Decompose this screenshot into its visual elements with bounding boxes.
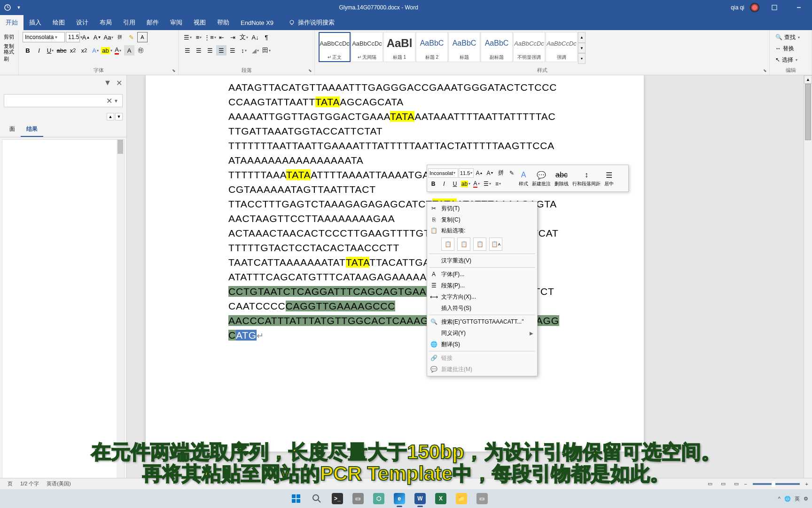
style-subtitle[interactable]: AaBbC副标题: [481, 32, 513, 62]
paste-merge-button[interactable]: 📋: [457, 238, 470, 251]
mini-format-painter-button[interactable]: ✎: [507, 168, 517, 178]
text-effects-button[interactable]: A▾: [90, 45, 101, 56]
mini-grow-font-button[interactable]: A▲: [474, 168, 484, 178]
font-dialog-launcher[interactable]: ⬊: [171, 67, 177, 74]
char-border-button[interactable]: A: [137, 32, 148, 42]
ctx-copy[interactable]: ⎘ 复制(C): [427, 214, 537, 225]
username[interactable]: qia qi: [731, 4, 744, 11]
style-emphasis[interactable]: AaBbCcDc强调: [546, 32, 578, 62]
clear-format-button[interactable]: ✎: [126, 32, 136, 42]
mini-font-color-button[interactable]: A▾: [471, 179, 482, 189]
zoom-out-button[interactable]: −: [744, 481, 747, 487]
paragraph-dialog-launcher[interactable]: ⬊: [307, 67, 313, 74]
font-name-combo[interactable]: Inconsolata▼: [23, 32, 65, 42]
tray-settings-icon[interactable]: ⚙: [804, 496, 808, 502]
change-case-button[interactable]: Aa▾: [103, 32, 114, 42]
select-button[interactable]: ↖选择▾: [773, 55, 808, 65]
nav-scrollbar[interactable]: [117, 140, 124, 487]
scroll-up-button[interactable]: ▲: [804, 75, 812, 84]
nav-search-input[interactable]: [6, 97, 106, 104]
borders-button[interactable]: 田▾: [261, 45, 272, 56]
tab-references[interactable]: 引用: [117, 15, 141, 30]
nav-next-result-button[interactable]: ▼: [115, 113, 123, 120]
paste-keep-source-button[interactable]: 📋: [441, 238, 454, 251]
style-subtle-emphasis[interactable]: AaBbCcDc不明显强调: [513, 32, 545, 62]
bullets-button[interactable]: ☰▾: [182, 32, 193, 42]
mini-strikethrough-button[interactable]: abc删除线: [553, 167, 570, 190]
task-app3[interactable]: ▭: [473, 489, 492, 508]
mini-underline-button[interactable]: U: [450, 179, 460, 189]
tab-help[interactable]: 帮助: [211, 15, 235, 30]
tab-insert[interactable]: 插入: [23, 15, 47, 30]
mini-center-button[interactable]: ☰居中: [602, 167, 616, 190]
nav-search-box[interactable]: ✕ ▼: [4, 94, 123, 107]
mini-styles-button[interactable]: A样式: [517, 167, 530, 190]
numbering-button[interactable]: ≡▾: [194, 32, 204, 42]
mini-highlight-button[interactable]: ab▾: [461, 179, 471, 189]
nav-scroll-thumb[interactable]: [117, 140, 123, 154]
nav-prev-result-button[interactable]: ▲: [107, 113, 114, 120]
style-heading1[interactable]: AaBl标题 1: [383, 32, 415, 62]
zoom-slider[interactable]: [753, 483, 800, 485]
align-right-button[interactable]: ☰: [205, 45, 215, 56]
tell-me-search[interactable]: 操作说明搜索: [289, 18, 335, 27]
increase-indent-button[interactable]: ⇥: [227, 32, 238, 42]
style-heading2[interactable]: AaBbC标题 2: [416, 32, 448, 62]
tab-mailings[interactable]: 邮件: [141, 15, 164, 30]
bold-button[interactable]: B: [23, 45, 33, 56]
find-button[interactable]: 🔍查找▾: [773, 32, 808, 42]
ctx-translate[interactable]: 🌐 翻译(S): [427, 339, 537, 350]
replace-button[interactable]: ↔替换: [773, 43, 808, 54]
style-no-spacing[interactable]: AaBbCcDc↵ 无间隔: [351, 32, 383, 62]
document-page[interactable]: AATAGTTACATGTTAAAATTTGAGGGACCGAAATGGGATA…: [146, 75, 644, 452]
line-spacing-button[interactable]: ↕▾: [239, 45, 249, 56]
tray-network-icon[interactable]: 🌐: [784, 496, 791, 502]
enclose-char-button[interactable]: ㊕: [135, 45, 146, 56]
align-left-button[interactable]: ☰: [182, 45, 193, 56]
phonetic-guide-button[interactable]: 拼: [115, 32, 125, 42]
italic-button[interactable]: I: [34, 45, 44, 56]
justify-button[interactable]: ☰: [216, 45, 226, 56]
strikethrough-button[interactable]: abc: [56, 45, 67, 56]
cut-button[interactable]: 剪切: [4, 32, 15, 41]
nav-tab-headings[interactable]: 面: [4, 122, 21, 137]
styles-dialog-launcher[interactable]: ⬊: [762, 67, 768, 74]
task-word[interactable]: W: [411, 489, 429, 508]
decrease-indent-button[interactable]: ⇤: [216, 32, 226, 42]
shrink-font-button[interactable]: A▼: [92, 32, 102, 42]
highlight-color-button[interactable]: ab▾: [102, 45, 112, 56]
taskbar-search-button[interactable]: [307, 489, 326, 508]
paste-picture-button[interactable]: 📋: [473, 238, 486, 251]
nav-close-icon[interactable]: ✕: [115, 79, 123, 87]
nav-search-dropdown-icon[interactable]: ▼: [114, 98, 120, 103]
tab-design[interactable]: 设计: [70, 15, 94, 30]
mini-line-spacing-button[interactable]: ↕行和段落间距: [570, 167, 602, 190]
status-word-count[interactable]: 1/2 个字: [16, 480, 43, 487]
nav-tab-results[interactable]: 结果: [21, 122, 43, 137]
ctx-search[interactable]: 🔍 搜索(E)"GTTGTTGTAAACATT...": [427, 316, 537, 327]
mini-font-combo[interactable]: Inconsolat▾: [428, 168, 458, 178]
task-terminal[interactable]: >_: [328, 489, 347, 508]
sort-button[interactable]: A↓: [250, 32, 260, 42]
task-excel[interactable]: X: [431, 489, 450, 508]
view-read-mode-button[interactable]: ▭: [704, 479, 716, 489]
asian-layout-button[interactable]: 文▾: [239, 32, 249, 42]
ctx-text-direction[interactable]: ⟷ 文字方向(X)...: [427, 291, 537, 302]
ctx-synonyms[interactable]: 同义词(Y) ▶: [427, 327, 537, 339]
align-center-button[interactable]: ☰: [194, 45, 204, 56]
status-page[interactable]: 页: [4, 480, 16, 487]
task-app2[interactable]: ⬡: [369, 489, 388, 508]
tab-endnote[interactable]: EndNote X9: [235, 15, 279, 30]
shading-button[interactable]: ◢▾: [250, 45, 260, 56]
subscript-button[interactable]: x2: [68, 45, 78, 56]
multilevel-list-button[interactable]: ⋮≡▾: [205, 32, 215, 42]
char-shading-button[interactable]: A: [124, 45, 134, 56]
start-button[interactable]: [287, 489, 305, 508]
font-color-button[interactable]: A▾: [113, 45, 123, 56]
gallery-more-button[interactable]: ▾: [578, 53, 586, 64]
format-painter-button[interactable]: 格式刷: [4, 51, 15, 60]
ctx-ime-reconvert[interactable]: 汉字重选(V): [427, 255, 537, 266]
nav-search-clear-icon[interactable]: ✕: [106, 96, 114, 105]
style-title[interactable]: AaBbC标题: [448, 32, 480, 62]
autosave-icon[interactable]: [4, 4, 11, 11]
